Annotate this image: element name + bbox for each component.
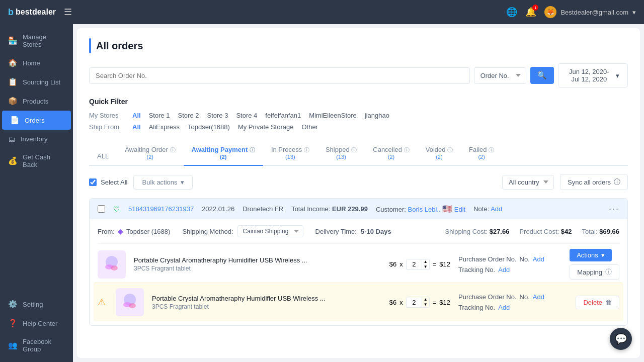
delivery-value: 5-10 Days xyxy=(361,228,391,235)
search-type-select[interactable]: Order No. xyxy=(474,67,526,84)
store-filter-store4[interactable]: Store 4 xyxy=(236,112,257,119)
order-more-icon[interactable]: ··· xyxy=(609,204,619,214)
tab-awaiting-order-label: Awaiting Order xyxy=(125,146,168,153)
purchase-order-label: Purchase Order No. xyxy=(458,255,517,263)
store-filter-store3[interactable]: Store 3 xyxy=(207,112,228,119)
edit-link[interactable]: Edit xyxy=(454,206,465,213)
shipping-info: From: ◆ Topdser (1688) Shipping Method: … xyxy=(98,225,619,237)
user-menu[interactable]: 🦊 Bestdealer@gmail.com ▾ xyxy=(544,6,636,18)
store-filter-mimieileeenstore[interactable]: MimiEileenStore xyxy=(309,112,357,119)
ship-from-private[interactable]: My Private Storage xyxy=(238,123,294,131)
mapping-button[interactable]: Mapping ⓘ xyxy=(570,264,619,280)
sidebar-item-sourcing-list[interactable]: 📋 Sourcing List xyxy=(0,72,73,92)
tab-shipped[interactable]: Shipped ⓘ (13) xyxy=(317,141,365,165)
purchase-order-add[interactable]: Add xyxy=(533,255,544,263)
delete-button[interactable]: Delete 🗑 xyxy=(576,296,619,309)
qty-input[interactable] xyxy=(407,259,422,269)
product-image-2 xyxy=(116,288,144,316)
cancelled-info-icon: ⓘ xyxy=(404,147,410,153)
ship-from-aliexpress[interactable]: AliExpress xyxy=(149,123,180,131)
order-checkbox[interactable] xyxy=(98,205,105,213)
top-navbar: bbestdealer ☰ 🌐 🔔 1 🦊 Bestdealer@gmail.c… xyxy=(0,0,644,24)
table-actions-bar: Select All Bulk actions ▾ All country Sy… xyxy=(89,174,628,190)
sidebar-item-orders[interactable]: 📄 Orders xyxy=(2,111,71,130)
qty-down-arrow[interactable]: ▼ xyxy=(422,264,429,269)
page-title-bar: All orders xyxy=(89,38,628,53)
tracking-add-2[interactable]: Add xyxy=(498,304,510,311)
shipping-method-select[interactable]: Cainiao Shipping xyxy=(237,225,303,237)
country-filter-select[interactable]: All country xyxy=(502,175,554,190)
multiply-icon-2: x xyxy=(399,299,403,306)
ship-from-topdser[interactable]: Topdser(1688) xyxy=(188,123,230,131)
logo[interactable]: bbestdealer xyxy=(8,7,56,18)
order-id[interactable]: 518431969176231937 xyxy=(128,205,194,213)
sidebar-item-products[interactable]: 📦 Products xyxy=(0,92,73,111)
voided-count: (2) xyxy=(426,154,453,160)
store-filter-all[interactable]: All xyxy=(132,112,141,119)
search-button[interactable]: 🔍 xyxy=(530,67,554,84)
tab-voided-label: Voided xyxy=(426,146,446,153)
select-all-checkbox[interactable] xyxy=(89,178,97,186)
tab-awaiting-payment[interactable]: Awaiting Payment ⓘ (2) xyxy=(184,141,263,166)
tab-awaiting-order[interactable]: Awaiting Order ⓘ (2) xyxy=(117,141,183,165)
store-filter-store2[interactable]: Store 2 xyxy=(178,112,199,119)
qty-up-arrow[interactable]: ▲ xyxy=(422,259,429,264)
select-all-label: Select All xyxy=(101,178,127,186)
tracking-add[interactable]: Add xyxy=(498,266,510,274)
inventory-icon: 🗂 xyxy=(8,135,16,143)
sidebar-item-facebook-group[interactable]: 👥 Facebook Group xyxy=(0,333,73,358)
sidebar-item-help-center[interactable]: ❓ Help Center xyxy=(0,314,73,333)
qty-up-arrow-2[interactable]: ▲ xyxy=(422,297,429,302)
sidebar-item-setting[interactable]: ⚙️ Setting xyxy=(0,295,73,314)
sidebar-item-inventory[interactable]: 🗂 Inventory xyxy=(0,130,73,148)
delete-label: Delete xyxy=(583,299,602,306)
tab-voided[interactable]: Voided ⓘ (2) xyxy=(418,141,461,165)
search-input[interactable] xyxy=(89,67,470,84)
actions-button[interactable]: Actions ▾ xyxy=(570,249,612,261)
chat-button[interactable]: 💬 xyxy=(610,328,632,350)
sidebar-item-manage-stores[interactable]: 🏪 Manage Stores xyxy=(0,28,73,53)
qty-input-2[interactable] xyxy=(407,298,422,307)
ship-from-all[interactable]: All xyxy=(132,123,141,131)
shipping-cost: Shipping Cost: $27.66 xyxy=(445,228,509,235)
voided-info-icon: ⓘ xyxy=(447,147,453,153)
sidebar-item-home[interactable]: 🏠 Home xyxy=(0,53,73,72)
tab-in-process[interactable]: In Process ⓘ (13) xyxy=(263,141,317,165)
product-thumbnail xyxy=(99,252,124,277)
customer-label: Customer: xyxy=(376,206,406,213)
store-filter-jianghao[interactable]: jianghao xyxy=(365,112,389,119)
mapping-label: Mapping xyxy=(577,268,602,276)
sidebar-label-sourcing-list: Sourcing List xyxy=(23,78,60,86)
shipped-count: (13) xyxy=(326,154,357,160)
bulk-actions-button[interactable]: Bulk actions ▾ xyxy=(133,175,192,190)
sidebar-item-get-cash-back[interactable]: 💰 Get Cash Back xyxy=(0,148,73,173)
ship-from-filter-row: Ship From All AliExpress Topdser(1688) M… xyxy=(89,123,628,131)
purchase-order-label-2: Purchase Order No. xyxy=(458,293,517,301)
shipping-method-label: Shipping Method: xyxy=(182,228,233,235)
tab-failed[interactable]: Failed ⓘ (2) xyxy=(461,141,502,165)
quick-filter: Quick Filter My Stores All Store 1 Store… xyxy=(89,98,628,131)
sidebar-label-facebook-group: Facebook Group xyxy=(23,338,65,353)
qty-down-arrow-2[interactable]: ▼ xyxy=(422,302,429,307)
total-label: Total: xyxy=(582,228,598,235)
globe-icon[interactable]: 🌐 xyxy=(506,7,517,18)
tab-all[interactable]: ALL xyxy=(89,147,117,165)
tab-cancelled-label: Cancelled xyxy=(373,146,402,153)
price-unit: $6 xyxy=(389,260,396,268)
shipped-info-icon: ⓘ xyxy=(351,147,357,153)
product-right-section-2: Purchase Order No. No. Add Tracking No. … xyxy=(458,293,619,311)
notification-bell-icon[interactable]: 🔔 1 xyxy=(525,7,536,18)
purchase-order-add-2[interactable]: Add xyxy=(533,293,544,301)
note-add-link[interactable]: Add xyxy=(491,205,502,213)
product-name: Portable Crystal Aromatheraphy Humidifie… xyxy=(134,256,381,264)
sync-all-orders-button[interactable]: Sync all orders ⓘ xyxy=(560,174,628,190)
ship-from-other[interactable]: Other xyxy=(301,123,318,131)
svg-point-5 xyxy=(129,303,136,308)
tab-cancelled[interactable]: Cancelled ⓘ (2) xyxy=(365,141,417,165)
cancelled-count: (2) xyxy=(373,154,409,160)
store-filter-store1[interactable]: Store 1 xyxy=(149,112,170,119)
hamburger-icon[interactable]: ☰ xyxy=(64,7,72,18)
tab-all-label: ALL xyxy=(97,152,109,160)
store-filter-feifeifanfan1[interactable]: feifeifanfan1 xyxy=(265,112,301,119)
date-range-button[interactable]: Jun 12, 2020-Jul 12, 2020 ▾ xyxy=(558,63,628,87)
